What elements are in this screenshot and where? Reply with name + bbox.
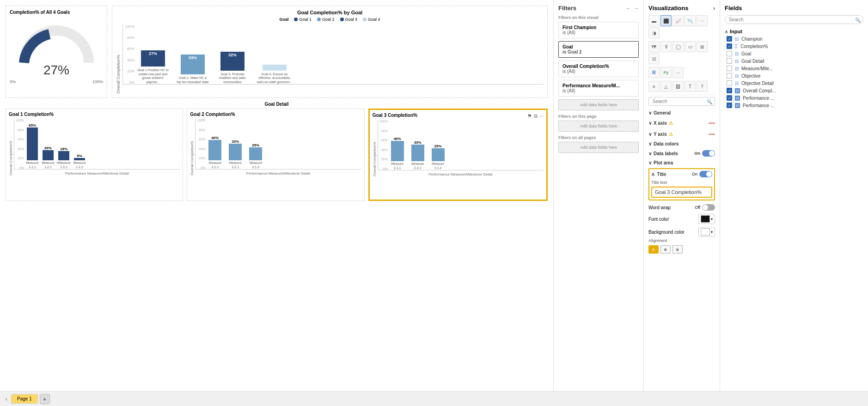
yaxis-error-icon: — <box>709 130 715 138</box>
field-item-measure[interactable]: ⊟ Measure/Mile... <box>725 65 863 72</box>
small-chart-bars-goal3: 0% 20% 40% 60% 80% 100% 40% Measure 2.1. <box>378 120 544 176</box>
add-data-visual-btn[interactable]: Add data fields here <box>558 99 639 110</box>
viz-icon-gauge[interactable]: ◯ <box>672 41 684 52</box>
viz-icon-table[interactable]: ⊞ <box>697 41 708 52</box>
viz-icon-card[interactable]: ▭ <box>685 41 696 52</box>
align-right-btn[interactable]: ≡ <box>672 245 683 254</box>
viz-section-datacolors-header[interactable]: ∨ Data colors <box>648 140 715 147</box>
font-color-picker[interactable]: ▾ <box>698 214 715 224</box>
viz-icon-funnel[interactable]: ⊽ <box>660 41 672 52</box>
viz-icon-map[interactable]: 🗺 <box>648 41 660 52</box>
small-bar-m111: 65% Measure 1.1.1 <box>25 123 39 169</box>
small-y-ticks-goal2: 0% 20% 40% 60% 80% 100% <box>195 119 205 170</box>
add-data-all-btn[interactable]: Add data fields here <box>558 142 639 153</box>
viz-section-yaxis-header[interactable]: ∨ Y axis ⚠ — <box>648 129 715 139</box>
tab-page1[interactable]: Page 1 <box>11 394 38 404</box>
field-group-chevron: ∧ <box>725 29 728 34</box>
viz-section-datacolors: ∨ Data colors <box>648 140 715 147</box>
field-cb-completion[interactable]: ✓ <box>727 43 732 49</box>
viz-icon-slicer[interactable]: ≡ <box>648 81 660 92</box>
viz-section-plotarea-header[interactable]: ∨ Plot area <box>648 159 715 166</box>
viz-icon-image[interactable]: 🖼 <box>672 81 684 92</box>
viz-icon-qna[interactable]: ? <box>697 81 708 92</box>
datalabels-toggle[interactable] <box>702 150 715 157</box>
field-cb-overall[interactable]: ✓ <box>727 88 732 93</box>
field-item-goal-detail[interactable]: ⊟ Goal Detail <box>725 57 863 65</box>
small-chart-goal1[interactable]: Goal 1 Completion% Overall Completion% 0… <box>6 109 183 201</box>
goal-completion-chart: Goal Completion% by Goal Goal Goal 1 Goa… <box>112 6 548 98</box>
expand-icon[interactable]: ⧉ <box>534 113 538 119</box>
viz-icon-matrix[interactable]: ⊟ <box>648 53 660 64</box>
title-text-input[interactable] <box>651 187 712 198</box>
viz-icon-shape[interactable]: △ <box>660 81 672 92</box>
bottom-row: Goal 1 Completion% Overall Completion% 0… <box>6 109 548 201</box>
title-text-section: Title text <box>651 180 712 198</box>
viz-icon-pie[interactable]: ◑ <box>648 27 660 38</box>
filter-first-champion[interactable]: First Champion is (All) <box>558 22 639 38</box>
field-item-overall[interactable]: ✓ ⊟ Overall Compl... <box>725 87 863 94</box>
field-cb-goal-detail[interactable] <box>727 58 732 64</box>
viz-back-icon[interactable]: › <box>713 5 715 12</box>
title-toggle-container: On <box>692 171 712 177</box>
field-item-completion[interactable]: ✓ Σ Completion% <box>725 42 863 50</box>
goal3-header-icons[interactable]: ⚑ ⧉ ··· <box>527 113 544 119</box>
small-bars-goal2: 40% Measure 2.1.1 33% Measure 2.2.1 25% <box>195 119 361 170</box>
viz-icon-bar[interactable]: ⬛ <box>660 15 672 26</box>
viz-icon-area[interactable]: 📉 <box>685 15 696 26</box>
viz-icon-line[interactable]: 📈 <box>672 15 684 26</box>
field-item-objective-detail[interactable]: ⊟ Objective Detail <box>725 79 863 87</box>
field-item-objective[interactable]: ⊟ Objective <box>725 72 863 79</box>
viz-section-plotarea: ∨ Plot area <box>648 159 715 166</box>
gauge-title: Completion% of All 4 Goals <box>10 10 103 15</box>
tab-nav-left[interactable]: ‹ <box>4 396 9 402</box>
viz-icon-scatter[interactable]: ⋯ <box>697 15 708 26</box>
field-item-perf1[interactable]: ✓ ⊟ Performance ... <box>725 94 863 102</box>
filter-overall-completion[interactable]: Overall Completion% is (All) <box>558 61 639 77</box>
align-left-btn[interactable]: ≡ <box>648 245 659 254</box>
fields-search-input[interactable] <box>725 15 863 24</box>
small-chart-goal2[interactable]: Goal 2 Completion% Overall Completion% 0… <box>187 109 364 201</box>
field-cb-champion[interactable]: ✓ <box>727 36 732 42</box>
filters-header: Filters ← → <box>558 5 639 12</box>
viz-icon-text[interactable]: T <box>685 81 696 92</box>
viz-section-datalabels: ∨ Data labels On <box>648 149 715 158</box>
field-cb-goal[interactable] <box>727 51 732 56</box>
filter-perf-measure[interactable]: Performance Measure/M... is (All) <box>558 80 639 97</box>
yaxis-warning-icon: ⚠ <box>669 132 673 137</box>
field-cb-perf1[interactable]: ✓ <box>727 95 732 101</box>
field-cb-objective-detail[interactable] <box>727 80 732 86</box>
goal-bar-chart-area: Overall Completion% 0% 20% 40% 60% 80% 1… <box>116 24 544 94</box>
filter-fwd-icon[interactable]: → <box>634 6 639 11</box>
field-item-goal[interactable]: ⊟ Goal <box>725 50 863 57</box>
viz-section-general-header[interactable]: ∨ General <box>648 109 715 116</box>
align-center-btn[interactable]: ≡ <box>660 245 671 254</box>
tab-add-btn[interactable]: + <box>40 394 50 404</box>
filter-section-page-label: Filters on this page <box>558 114 639 119</box>
small-chart-inner-goal2: Overall Completion% 0% 20% 40% 60% 80% 1… <box>190 119 361 176</box>
bg-color-label: Background color <box>648 230 685 235</box>
filter-icon[interactable]: ⚑ <box>527 113 532 119</box>
viz-icon-py[interactable]: Py <box>660 67 672 78</box>
goal-detail-label: Goal Detail <box>6 102 548 107</box>
field-cb-perf2[interactable]: ✓ <box>727 103 732 108</box>
field-item-champion[interactable]: ✓ ⊟ Champion <box>725 35 863 42</box>
viz-section-xaxis-header[interactable]: ∨ X axis ⚠ — <box>648 118 715 127</box>
viz-icon-more[interactable]: ··· <box>672 67 684 78</box>
field-item-perf2[interactable]: ✓ ⊟ Performance ... <box>725 102 863 109</box>
bg-color-picker[interactable]: ▾ <box>698 227 715 237</box>
title-toggle[interactable] <box>699 171 712 177</box>
legend-text-goal4: Goal 4 <box>368 17 380 22</box>
more-icon[interactable]: ··· <box>539 113 544 119</box>
field-group-input-header[interactable]: ∧ Input <box>725 28 863 35</box>
small-chart-goal3[interactable]: Goal 3 Completion% ⚑ ⧉ ··· Overall Compl… <box>368 109 548 201</box>
viz-icon-r[interactable]: R <box>648 67 660 78</box>
filter-back-icon[interactable]: ← <box>626 6 631 11</box>
filter-goal[interactable]: Goal is Goal 2 <box>558 41 639 58</box>
small-y-label-goal1: Overall Completion% <box>9 119 13 176</box>
add-data-page-btn[interactable]: Add data fields here <box>558 121 639 132</box>
viz-icon-stacked-bar[interactable]: ▬ <box>648 15 660 26</box>
field-cb-objective[interactable] <box>727 73 732 79</box>
field-cb-measure[interactable] <box>727 66 732 71</box>
viz-search-input[interactable] <box>648 97 715 106</box>
word-wrap-toggle[interactable] <box>702 204 715 211</box>
